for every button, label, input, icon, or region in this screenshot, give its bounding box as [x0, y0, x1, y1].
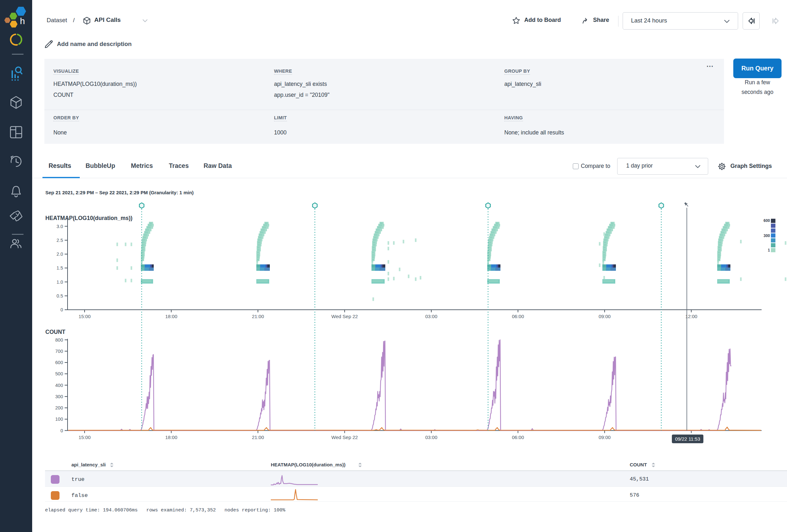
svg-text:03:00: 03:00 [425, 434, 438, 440]
svg-text:800: 800 [55, 337, 63, 343]
svg-text:300: 300 [55, 394, 63, 399]
svg-text:Wed Sep 22: Wed Sep 22 [331, 434, 358, 440]
svg-text:09:00: 09:00 [598, 314, 611, 319]
svg-text:3.0: 3.0 [57, 224, 63, 229]
svg-text:400: 400 [55, 383, 63, 388]
svg-text:09:00: 09:00 [598, 434, 611, 440]
svg-text:0.5: 0.5 [57, 293, 63, 298]
svg-text:1: 1 [768, 248, 770, 253]
svg-text:600: 600 [764, 218, 770, 223]
svg-text:1.0: 1.0 [57, 279, 63, 285]
svg-text:03:00: 03:00 [425, 314, 438, 319]
svg-text:0: 0 [61, 307, 63, 312]
svg-text:21:00: 21:00 [252, 314, 264, 319]
svg-text:15:00: 15:00 [79, 434, 91, 440]
svg-text:Wed Sep 22: Wed Sep 22 [331, 314, 358, 319]
svg-text:18:00: 18:00 [165, 314, 177, 319]
svg-text:100: 100 [55, 417, 63, 422]
svg-text:700: 700 [55, 349, 63, 354]
svg-text:15:00: 15:00 [79, 314, 91, 319]
svg-text:500: 500 [55, 371, 63, 376]
svg-text:300: 300 [764, 234, 770, 238]
svg-text:2.0: 2.0 [57, 252, 63, 257]
svg-text:200: 200 [55, 405, 63, 410]
svg-text:06:00: 06:00 [512, 434, 524, 440]
svg-text:2.5: 2.5 [57, 238, 63, 243]
svg-text:1.5: 1.5 [57, 265, 63, 271]
svg-text:06:00: 06:00 [512, 314, 524, 319]
svg-text:21:00: 21:00 [252, 434, 264, 440]
svg-text:h: h [20, 16, 25, 26]
svg-text:18:00: 18:00 [165, 434, 177, 440]
svg-text:600: 600 [55, 360, 63, 365]
svg-text:0: 0 [61, 428, 63, 433]
